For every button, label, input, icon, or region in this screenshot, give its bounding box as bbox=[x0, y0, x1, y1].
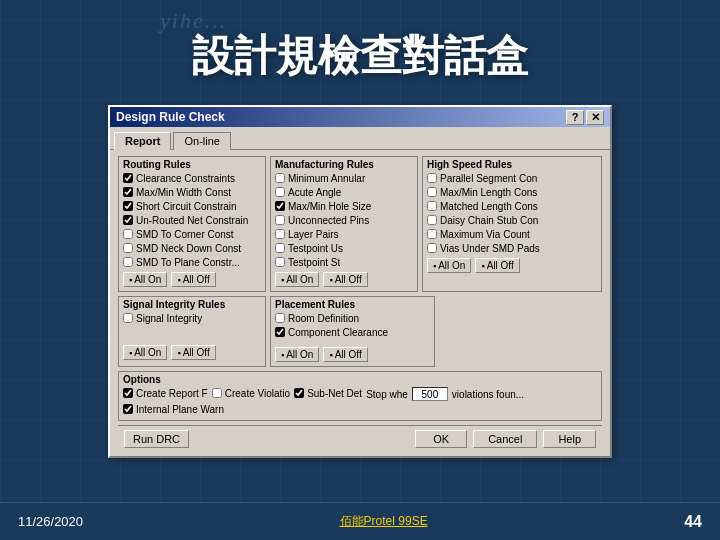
routing-all-on-off: ▪ All On ▪ All Off bbox=[123, 272, 261, 287]
list-item: Testpoint Us bbox=[275, 242, 413, 255]
bottom-center-text: 佰能Protel 99SE bbox=[340, 513, 428, 530]
bottom-sections: Signal Integrity Rules Signal Integrity … bbox=[118, 296, 602, 367]
maxmin-width-checkbox[interactable] bbox=[123, 187, 133, 197]
list-item: Unconnected Pins bbox=[275, 214, 413, 227]
signal-integrity-all-on-button[interactable]: ▪ All On bbox=[123, 345, 167, 360]
high-speed-rules-title: High Speed Rules bbox=[427, 159, 597, 170]
ok-button[interactable]: OK bbox=[415, 430, 467, 448]
create-violation-checkbox[interactable] bbox=[212, 388, 222, 398]
highspeed-all-off-button[interactable]: ▪ All Off bbox=[475, 258, 519, 273]
room-definition-checkbox[interactable] bbox=[275, 313, 285, 323]
list-item: Max/Min Hole Size bbox=[275, 200, 413, 213]
create-report-checkbox[interactable] bbox=[123, 388, 133, 398]
bottom-bar: 11/26/2020 佰能Protel 99SE 44 bbox=[0, 502, 720, 540]
manufacturing-rules-title: Manufacturing Rules bbox=[275, 159, 413, 170]
list-item: Signal Integrity bbox=[123, 312, 261, 325]
matched-length-checkbox[interactable] bbox=[427, 201, 437, 211]
testpoint-us-label: Testpoint Us bbox=[288, 242, 343, 255]
max-via-count-checkbox[interactable] bbox=[427, 229, 437, 239]
run-drc-button[interactable]: Run DRC bbox=[124, 430, 189, 448]
list-item: SMD To Corner Const bbox=[123, 228, 261, 241]
help-button[interactable]: Help bbox=[543, 430, 596, 448]
manufacturing-all-off-button[interactable]: ▪ All Off bbox=[323, 272, 367, 287]
maxmin-length-checkbox[interactable] bbox=[427, 187, 437, 197]
placement-all-off-label: All Off bbox=[335, 349, 362, 360]
smd-neckdown-checkbox[interactable] bbox=[123, 243, 133, 253]
plus-icon: ▪ bbox=[129, 348, 132, 358]
unconnected-pins-checkbox[interactable] bbox=[275, 215, 285, 225]
max-via-count-label: Maximum Via Count bbox=[440, 228, 530, 241]
list-item: Minimum Annular bbox=[275, 172, 413, 185]
list-item: Max/Min Width Const bbox=[123, 186, 261, 199]
routing-all-on-button[interactable]: ▪ All On bbox=[123, 272, 167, 287]
testpoint-st-checkbox[interactable] bbox=[275, 257, 285, 267]
create-report-label: Create Report F bbox=[136, 387, 208, 400]
highspeed-all-off-label: All Off bbox=[487, 260, 514, 271]
stop-when-input[interactable] bbox=[412, 387, 448, 401]
daisy-chain-label: Daisy Chain Stub Con bbox=[440, 214, 538, 227]
plus-icon: ▪ bbox=[281, 275, 284, 285]
short-circuit-checkbox[interactable] bbox=[123, 201, 133, 211]
tab-report[interactable]: Report bbox=[114, 132, 171, 150]
dialog-close-button[interactable]: ✕ bbox=[586, 110, 604, 125]
minus-icon: ▪ bbox=[177, 275, 180, 285]
acute-angle-checkbox[interactable] bbox=[275, 187, 285, 197]
dialog-help-button[interactable]: ? bbox=[566, 110, 584, 125]
sub-net-det-checkbox[interactable] bbox=[294, 388, 304, 398]
routing-rules-section: Routing Rules Clearance Constraints Max/… bbox=[118, 156, 266, 292]
signal-integrity-checkbox[interactable] bbox=[123, 313, 133, 323]
testpoint-st-label: Testpoint St bbox=[288, 256, 340, 269]
minus-icon: ▪ bbox=[481, 261, 484, 271]
tab-online[interactable]: On-line bbox=[173, 132, 230, 150]
layer-pairs-checkbox[interactable] bbox=[275, 229, 285, 239]
plus-icon: ▪ bbox=[433, 261, 436, 271]
signal-integrity-all-off-button[interactable]: ▪ All Off bbox=[171, 345, 215, 360]
testpoint-us-checkbox[interactable] bbox=[275, 243, 285, 253]
dialog-body: Routing Rules Clearance Constraints Max/… bbox=[110, 150, 610, 456]
highspeed-all-on-button[interactable]: ▪ All On bbox=[427, 258, 471, 273]
list-item: Internal Plane Warn bbox=[123, 403, 224, 416]
list-item: Testpoint St bbox=[275, 256, 413, 269]
smd-neckdown-label: SMD Neck Down Const bbox=[136, 242, 241, 255]
min-annular-checkbox[interactable] bbox=[275, 173, 285, 183]
placement-all-off-button[interactable]: ▪ All Off bbox=[323, 347, 367, 362]
smd-plane-checkbox[interactable] bbox=[123, 257, 133, 267]
manufacturing-all-on-button[interactable]: ▪ All On bbox=[275, 272, 319, 287]
clearance-constraints-checkbox[interactable] bbox=[123, 173, 133, 183]
options-row-1: Create Report F Create Violatio Sub-Net … bbox=[123, 387, 597, 401]
highspeed-all-on-off: ▪ All On ▪ All Off bbox=[427, 258, 597, 273]
list-item: Layer Pairs bbox=[275, 228, 413, 241]
smd-corner-checkbox[interactable] bbox=[123, 229, 133, 239]
bottom-page-number: 44 bbox=[684, 513, 702, 531]
component-clearance-label: Component Clearance bbox=[288, 326, 388, 339]
vias-under-smd-checkbox[interactable] bbox=[427, 243, 437, 253]
unconnected-pins-label: Unconnected Pins bbox=[288, 214, 369, 227]
routing-rules-title: Routing Rules bbox=[123, 159, 261, 170]
list-item: Acute Angle bbox=[275, 186, 413, 199]
internal-plane-checkbox[interactable] bbox=[123, 404, 133, 414]
component-clearance-checkbox[interactable] bbox=[275, 327, 285, 337]
manufacturing-all-off-label: All Off bbox=[335, 274, 362, 285]
routing-all-on-label: All On bbox=[134, 274, 161, 285]
placement-all-on-off: ▪ All On ▪ All Off bbox=[275, 347, 430, 362]
page-title: 設計規檢查對話盒 bbox=[0, 28, 720, 84]
dialog-controls: ? ✕ bbox=[566, 110, 604, 125]
violations-found-label: violations foun... bbox=[452, 389, 524, 400]
manufacturing-rules-section: Manufacturing Rules Minimum Annular Acut… bbox=[270, 156, 418, 292]
parallel-seg-checkbox[interactable] bbox=[427, 173, 437, 183]
maxmin-hole-checkbox[interactable] bbox=[275, 201, 285, 211]
signal-integrity-section: Signal Integrity Rules Signal Integrity … bbox=[118, 296, 266, 367]
clearance-constraints-label: Clearance Constraints bbox=[136, 172, 235, 185]
placement-all-on-button[interactable]: ▪ All On bbox=[275, 347, 319, 362]
create-violation-label: Create Violatio bbox=[225, 387, 290, 400]
highspeed-all-on-label: All On bbox=[438, 260, 465, 271]
signal-integrity-all-off-label: All Off bbox=[183, 347, 210, 358]
minus-icon: ▪ bbox=[329, 350, 332, 360]
list-item: Vias Under SMD Pads bbox=[427, 242, 597, 255]
routing-all-off-button[interactable]: ▪ All Off bbox=[171, 272, 215, 287]
list-item: SMD To Plane Constr... bbox=[123, 256, 261, 269]
unrouted-net-checkbox[interactable] bbox=[123, 215, 133, 225]
cancel-button[interactable]: Cancel bbox=[473, 430, 537, 448]
daisy-chain-checkbox[interactable] bbox=[427, 215, 437, 225]
rules-grid: Routing Rules Clearance Constraints Max/… bbox=[118, 156, 602, 292]
